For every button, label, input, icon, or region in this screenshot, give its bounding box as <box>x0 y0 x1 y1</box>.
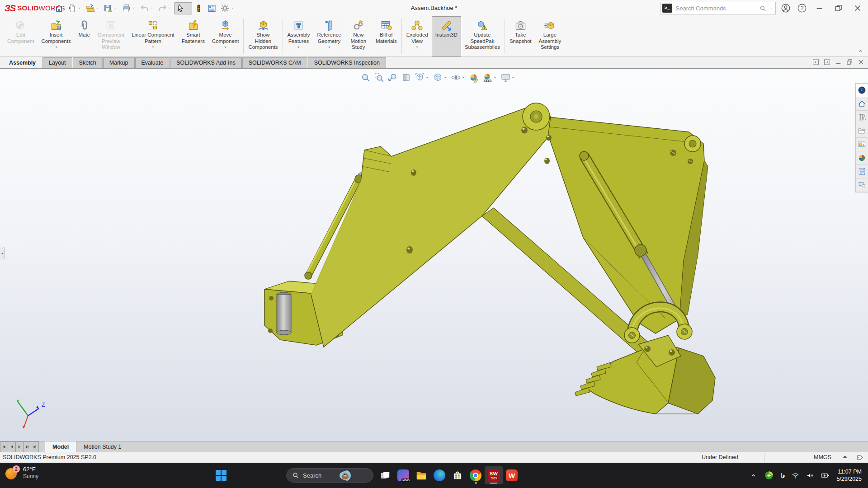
taskbar-app-chrome[interactable] <box>467 466 485 484</box>
tab-layout[interactable]: Layout <box>42 57 72 68</box>
large-assembly-settings-label: Assembly <box>539 38 561 45</box>
graphics-viewport[interactable]: ◂ Z <box>0 69 868 441</box>
doc-restore-icon[interactable] <box>845 58 854 66</box>
smart-fasteners-button[interactable]: SmartFasteners <box>178 16 208 56</box>
taskbar-app-microsoft-store[interactable] <box>448 466 467 484</box>
sheet-nav-last-button[interactable] <box>23 441 31 452</box>
hide-show-items-button[interactable] <box>450 72 467 83</box>
new-document-button[interactable] <box>66 2 84 14</box>
taskbar-app-task-view[interactable] <box>376 466 394 484</box>
redo-button <box>156 2 174 14</box>
task-pane-tab-custom-properties[interactable] <box>856 165 868 178</box>
zoom-to-fit-button[interactable] <box>359 72 372 83</box>
tab-evaluate[interactable]: Evaluate <box>135 57 170 68</box>
clock[interactable]: 11:07 PM 5/29/2025 <box>836 468 862 483</box>
print-button[interactable] <box>120 2 138 14</box>
feature-tree-collapse-handle[interactable]: ◂ <box>0 247 5 259</box>
sheet-nav-next-button[interactable] <box>15 441 24 452</box>
traffic-light-button[interactable] <box>192 2 205 14</box>
tab-model[interactable]: Model <box>45 441 76 452</box>
assembly-features-button[interactable]: AssemblyFeatures <box>284 16 314 56</box>
close-button[interactable] <box>850 1 865 15</box>
taskbar-app-solidworks-2025[interactable]: SW2025 <box>485 466 503 484</box>
minimize-button[interactable] <box>812 1 827 15</box>
search-icon[interactable] <box>759 5 767 12</box>
volume-icon[interactable] <box>806 472 814 479</box>
view-orientation-button[interactable] <box>414 72 430 83</box>
insert-components-button[interactable]: InsertComponents <box>38 16 74 56</box>
linear-component-pattern-button[interactable]: Linear ComponentPattern <box>128 16 178 56</box>
antivirus-360-icon[interactable] <box>764 470 774 480</box>
options-button[interactable] <box>218 2 236 14</box>
tab-sketch[interactable]: Sketch <box>73 57 103 68</box>
task-pane-tab-solidworks-forum[interactable] <box>856 178 868 192</box>
search-commands-input[interactable] <box>675 5 756 12</box>
login-button[interactable] <box>779 2 792 14</box>
edit-appearance-button[interactable] <box>468 72 480 83</box>
ribbon-collapse-icon[interactable] <box>857 48 864 54</box>
sheet-nav-previous-button[interactable] <box>8 441 16 452</box>
apply-scene-button[interactable] <box>481 72 498 83</box>
sheet-nav-last-alt-button[interactable] <box>31 441 39 452</box>
taskbar-app-copilot-m365[interactable]: M365 <box>394 466 412 484</box>
task-pane-button[interactable] <box>205 2 218 14</box>
taskbar-app-wps-office[interactable]: W <box>503 466 521 484</box>
tab-motion-study-1[interactable]: Motion Study 1 <box>76 441 129 452</box>
home-button[interactable] <box>52 2 66 14</box>
battery-icon[interactable] <box>821 471 830 480</box>
bill-of-materials-button[interactable]: Bill ofMaterials <box>372 16 401 56</box>
open-document-button[interactable] <box>84 2 102 14</box>
units-caret-icon[interactable] <box>843 455 847 458</box>
doc-minimize-icon[interactable] <box>834 58 843 66</box>
take-snapshot-button[interactable]: TakeSnapshot <box>506 16 535 56</box>
collapse-pane-right-icon[interactable] <box>823 58 831 66</box>
tab-assembly[interactable]: Assembly <box>3 57 42 68</box>
tab-solidworks-add-ins[interactable]: SOLIDWORKS Add-Ins <box>170 57 242 68</box>
tab-markup[interactable]: Markup <box>103 57 135 68</box>
task-pane-tab-design-library[interactable] <box>856 111 868 124</box>
large-assembly-settings-button[interactable]: LargeAssemblySettings <box>535 16 565 56</box>
collapse-pane-left-icon[interactable] <box>811 58 820 66</box>
weather-widget[interactable]: 2 62°F Sunny <box>5 466 38 480</box>
taskbar-search[interactable]: Search <box>286 468 373 483</box>
view-settings-button[interactable] <box>500 72 516 83</box>
mate-button[interactable]: Mate <box>75 16 94 56</box>
zoom-to-area-button[interactable] <box>373 72 385 83</box>
linear-component-pattern-label: Linear Component <box>132 32 175 38</box>
select-button[interactable] <box>174 2 192 14</box>
task-pane-tab-3dexperience[interactable] <box>856 84 868 97</box>
previous-view-button[interactable] <box>387 72 399 83</box>
help-button[interactable]: ? <box>796 2 808 14</box>
language-indicator[interactable]: فا <box>781 472 785 479</box>
new-motion-study-button[interactable]: NewMotionStudy <box>347 16 370 56</box>
exploded-view-button[interactable]: ExplodedView <box>403 16 432 56</box>
update-speedpak-subassemblies-button[interactable]: !UpdateSpeedPakSubassemblies <box>461 16 504 56</box>
search-commands-box[interactable]: >_ <box>660 2 776 14</box>
taskbar-app-edge[interactable] <box>430 466 448 484</box>
show-hidden-components-button[interactable]: ShowHiddenComponents <box>245 16 281 56</box>
start-button[interactable] <box>216 470 226 481</box>
move-component-button[interactable]: MoveComponent <box>208 16 242 56</box>
tag-button[interactable] <box>856 454 864 461</box>
last-icon <box>25 445 29 449</box>
taskbar-app-file-explorer[interactable] <box>412 466 430 484</box>
task-pane-tab-appearances-scenes[interactable] <box>856 151 868 165</box>
tab-solidworks-cam[interactable]: SOLIDWORKS CAM <box>242 57 307 68</box>
reference-geometry-button[interactable]: ReferenceGeometry <box>313 16 344 56</box>
display-style-button[interactable] <box>432 72 448 83</box>
restore-button[interactable] <box>831 1 846 15</box>
task-pane-tab-home[interactable] <box>856 97 868 111</box>
instant3d-button[interactable]: Instant3D <box>432 16 461 56</box>
section-view-button[interactable] <box>400 72 412 83</box>
tray-chevron-up-icon[interactable] <box>750 472 757 479</box>
task-pane-tab-view-palette[interactable] <box>856 138 868 151</box>
sheet-nav-first-button[interactable] <box>0 441 8 452</box>
wifi-icon[interactable] <box>792 472 799 479</box>
save-button[interactable] <box>102 2 120 14</box>
task-pane-tab-file-explorer[interactable] <box>856 124 868 138</box>
tab-solidworks-inspection[interactable]: SOLIDWORKS Inspection <box>308 57 386 68</box>
units-selector[interactable]: MMGS <box>814 454 831 460</box>
weather-sun-icon: 2 <box>5 466 19 480</box>
search-dropdown-icon[interactable] <box>769 6 774 10</box>
doc-close-icon[interactable] <box>857 58 865 66</box>
